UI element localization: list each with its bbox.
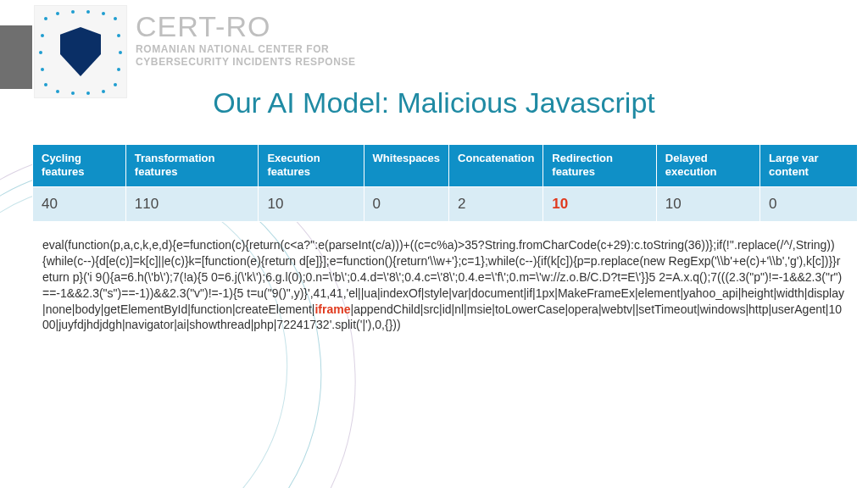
code-keyword: iframe	[314, 302, 350, 316]
th-redirection: Redirection features	[543, 145, 657, 187]
th-delayed: Delayed execution	[656, 145, 760, 187]
td-execution: 10	[259, 186, 364, 221]
th-execution: Execution features	[259, 145, 364, 187]
logo-sub1: ROMANIAN NATIONAL CENTER FOR	[136, 43, 356, 56]
logo-text: CERT-RO ROMANIAN NATIONAL CENTER FOR CYB…	[136, 10, 356, 69]
table-header-row: Cycling features Transformation features…	[33, 145, 858, 187]
page-title: Our AI Model: Malicious Javascript	[0, 86, 868, 119]
slide-edge-tab	[0, 25, 32, 89]
td-cycling: 40	[33, 186, 126, 221]
logo-title: CERT-RO	[136, 10, 356, 43]
td-delayed: 10	[656, 186, 760, 221]
td-concatenation: 2	[449, 186, 543, 221]
th-whitespaces: Whitespaces	[364, 145, 448, 187]
td-whitespaces: 0	[364, 186, 448, 221]
highlight-value: 10	[552, 196, 568, 212]
th-transformation: Transformation features	[125, 145, 259, 187]
th-cycling: Cycling features	[33, 145, 126, 187]
th-concatenation: Concatenation	[449, 145, 543, 187]
code-sample: eval(function(p,a,c,k,e,d){e=function(c)…	[42, 237, 844, 333]
td-transformation: 110	[125, 186, 259, 221]
logo-sub2: CYBERSECURITY INCIDENTS RESPONSE	[136, 56, 356, 69]
td-redirection: 10	[543, 186, 657, 221]
feature-table: Cycling features Transformation features…	[32, 144, 858, 222]
table-row: 40 110 10 0 2 10 10 0	[33, 186, 858, 221]
logo-mark	[34, 5, 127, 98]
td-largevar: 0	[760, 186, 857, 221]
logo: CERT-RO ROMANIAN NATIONAL CENTER FOR CYB…	[34, 5, 356, 98]
th-largevar: Large var content	[760, 145, 857, 187]
